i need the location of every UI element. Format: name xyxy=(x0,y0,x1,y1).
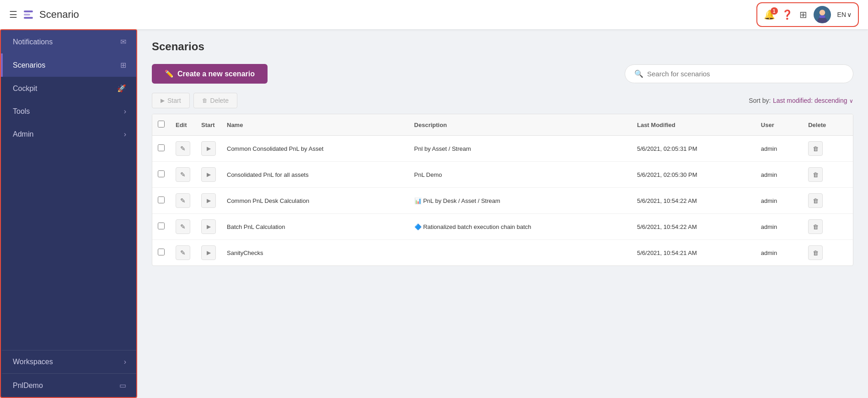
sidebar-item-admin[interactable]: Admin › xyxy=(1,123,136,146)
sidebar-label-workspaces: Workspaces xyxy=(13,358,53,366)
edit-button-2[interactable]: ✎ xyxy=(176,193,190,208)
delete-button-3[interactable]: 🗑 xyxy=(808,219,823,234)
row-description-1: PnL Demo xyxy=(409,162,632,188)
row-checkbox-cell xyxy=(152,162,170,188)
row-checkbox-1[interactable] xyxy=(158,170,165,177)
sidebar-label-scenarios: Scenarios xyxy=(13,61,45,69)
row-last-modified-0: 5/6/2021, 02:05:31 PM xyxy=(632,136,755,162)
row-edit-cell-0: ✎ xyxy=(170,136,196,162)
edit-button-3[interactable]: ✎ xyxy=(176,219,190,234)
row-start-cell-4: ▶ xyxy=(196,240,221,266)
logo-bars xyxy=(24,11,33,19)
header-name: Name xyxy=(221,114,409,136)
table-header-row: Edit Start Name Description Last Modifie… xyxy=(152,114,853,136)
table-row: ✎ ▶ SanityChecks 5/6/2021, 10:54:21 AM a… xyxy=(152,240,853,266)
select-all-checkbox[interactable] xyxy=(158,121,165,127)
table-row: ✎ ▶ Batch PnL Calculation 🔷 Rationalized… xyxy=(152,214,853,240)
notification-button[interactable]: 🔔 1 xyxy=(764,9,775,20)
start-button-1[interactable]: ▶ xyxy=(201,167,216,182)
sidebar-item-tools[interactable]: Tools › xyxy=(1,100,136,123)
sidebar: Notifications ✉ Scenarios ⊞ Cockpit 🚀 To… xyxy=(0,29,137,398)
scenarios-table-container: Edit Start Name Description Last Modifie… xyxy=(152,114,853,266)
sidebar-label-admin: Admin xyxy=(13,130,33,138)
sidebar-item-scenarios[interactable]: Scenarios ⊞ xyxy=(1,53,136,77)
avatar[interactable] xyxy=(814,6,831,23)
row-checkbox-2[interactable] xyxy=(158,196,165,203)
sidebar-label-cockpit: Cockpit xyxy=(13,85,37,93)
row-name-4: SanityChecks xyxy=(221,240,409,266)
logo-bar-2 xyxy=(24,14,30,16)
row-name-2: Common PnL Desk Calculation xyxy=(221,188,409,214)
sidebar-item-notifications[interactable]: Notifications ✉ xyxy=(1,30,136,53)
row-description-4 xyxy=(409,240,632,266)
sort-bar: Sort by: Last modified: descending ∨ xyxy=(749,96,853,105)
table-row: ✎ ▶ Common Consolidated PnL by Asset Pnl… xyxy=(152,136,853,162)
delete-button-label: Delete xyxy=(210,97,229,104)
app-title: Scenario xyxy=(39,9,79,21)
apps-button[interactable]: ⊞ xyxy=(799,9,807,20)
hamburger-button[interactable]: ☰ xyxy=(9,9,17,20)
row-checkbox-4[interactable] xyxy=(158,249,165,255)
edit-button-4[interactable]: ✎ xyxy=(176,245,190,260)
search-icon: 🔍 xyxy=(634,69,643,78)
sidebar-label-notifications: Notifications xyxy=(13,38,53,46)
sort-label: Sort by: xyxy=(749,97,771,104)
row-user-2: admin xyxy=(755,188,803,214)
row-start-cell-1: ▶ xyxy=(196,162,221,188)
row-checkbox-0[interactable] xyxy=(158,144,165,151)
row-edit-cell-1: ✎ xyxy=(170,162,196,188)
row-name-1: Consolidated PnL for all assets xyxy=(221,162,409,188)
row-user-4: admin xyxy=(755,240,803,266)
start-button-3[interactable]: ▶ xyxy=(201,219,216,234)
scenarios-table: Edit Start Name Description Last Modifie… xyxy=(152,114,853,265)
notification-badge: 1 xyxy=(771,7,778,15)
row-delete-cell-0: 🗑 xyxy=(803,136,853,162)
row-edit-cell-4: ✎ xyxy=(170,240,196,266)
svg-point-1 xyxy=(819,10,825,16)
help-button[interactable]: ❓ xyxy=(782,9,793,20)
header-delete: Delete xyxy=(803,114,853,136)
screen-icon: ▭ xyxy=(119,381,126,390)
sidebar-label-tools: Tools xyxy=(13,107,30,116)
sidebar-item-workspaces[interactable]: Workspaces › xyxy=(1,350,136,373)
edit-button-1[interactable]: ✎ xyxy=(176,167,190,182)
row-delete-cell-4: 🗑 xyxy=(803,240,853,266)
edit-button-0[interactable]: ✎ xyxy=(176,141,190,156)
sort-value[interactable]: Last modified: descending xyxy=(773,97,847,104)
search-box: 🔍 xyxy=(625,64,853,83)
row-edit-cell-3: ✎ xyxy=(170,214,196,240)
chevron-right-icon-tools: › xyxy=(124,107,126,116)
row-checkbox-3[interactable] xyxy=(158,223,165,229)
trash-icon-toolbar: 🗑 xyxy=(202,97,208,104)
delete-button[interactable]: 🗑 Delete xyxy=(193,93,237,108)
grid-list-icon: ⊞ xyxy=(120,61,126,69)
sidebar-item-pnldemo[interactable]: PnlDemo ▭ xyxy=(1,373,136,397)
start-button-2[interactable]: ▶ xyxy=(201,193,216,208)
desc-icon: 📊 xyxy=(414,197,422,204)
header-edit: Edit xyxy=(170,114,196,136)
logo-bar-3 xyxy=(24,17,33,19)
start-button-0[interactable]: ▶ xyxy=(201,141,216,156)
search-input[interactable] xyxy=(647,70,844,78)
row-last-modified-3: 5/6/2021, 10:54:22 AM xyxy=(632,214,755,240)
table-row: ✎ ▶ Common PnL Desk Calculation 📊 PnL by… xyxy=(152,188,853,214)
row-description-0: Pnl by Asset / Stream xyxy=(409,136,632,162)
delete-button-1[interactable]: 🗑 xyxy=(808,167,823,182)
delete-button-2[interactable]: 🗑 xyxy=(808,193,823,208)
delete-button-0[interactable]: 🗑 xyxy=(808,141,823,156)
delete-button-4[interactable]: 🗑 xyxy=(808,245,823,260)
sidebar-spacer xyxy=(1,146,136,350)
row-last-modified-2: 5/6/2021, 10:54:22 AM xyxy=(632,188,755,214)
desc-icon: 🔷 xyxy=(414,223,422,230)
row-checkbox-cell xyxy=(152,136,170,162)
row-description-3: 🔷 Rationalized batch execution chain bat… xyxy=(409,214,632,240)
row-user-0: admin xyxy=(755,136,803,162)
row-last-modified-4: 5/6/2021, 10:54:21 AM xyxy=(632,240,755,266)
language-button[interactable]: EN ∨ xyxy=(837,11,852,18)
sidebar-item-cockpit[interactable]: Cockpit 🚀 xyxy=(1,77,136,100)
start-button[interactable]: ▶ Start xyxy=(152,93,190,108)
header-description: Description xyxy=(409,114,632,136)
header-user: User xyxy=(755,114,803,136)
create-scenario-button[interactable]: ✏️ Create a new scenario xyxy=(152,64,268,84)
start-button-4[interactable]: ▶ xyxy=(201,245,216,260)
